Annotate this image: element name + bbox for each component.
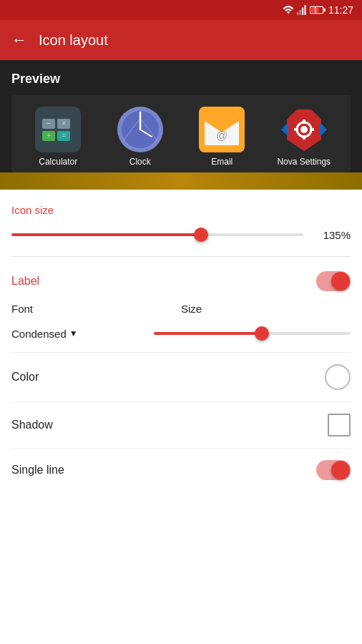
clock-icon [117,107,163,152]
single-line-toggle[interactable] [316,460,351,480]
clock-label: Clock [129,157,151,167]
icon-size-value: 135% [315,229,351,241]
svg-rect-1 [299,10,300,15]
label-text: Label [11,275,39,288]
color-picker[interactable] [325,364,351,390]
email-icon: @ [199,107,245,152]
font-slider-thumb[interactable] [255,326,269,341]
svg-marker-19 [281,122,288,137]
toolbar-title: Icon layout [39,32,108,49]
svg-rect-2 [302,8,303,16]
toggle-thumb [331,272,350,291]
preview-icon-calculator: − × + = Calculator [26,107,90,167]
slider-thumb[interactable] [194,228,208,242]
signal-icon [297,5,307,15]
label-toggle[interactable] [316,271,351,291]
battery-icon [310,5,326,15]
clock-svg [117,107,163,152]
svg-rect-24 [303,135,305,140]
font-slider-fill [154,332,262,335]
status-time: 11:27 [328,4,353,16]
color-label: Color [11,371,39,384]
svg-rect-3 [304,5,305,15]
calc-plus: + [42,131,55,141]
divider-1 [11,256,351,257]
font-value: Condensed [11,328,67,340]
font-dropdown[interactable]: Condensed ▼ [11,328,142,340]
color-row: Color [11,352,351,401]
svg-rect-25 [294,128,298,131]
single-line-label: Single line [11,464,64,477]
preview-gradient [0,172,362,190]
svg-rect-6 [311,8,319,12]
settings-section: Icon size 135% Label Font Size Condensed… [0,190,362,492]
nova-svg [281,107,327,152]
single-line-row: Single line [11,448,351,492]
svg-rect-23 [303,119,305,124]
svg-marker-20 [320,122,327,137]
font-label: Font [11,303,181,315]
calc-times: × [57,119,70,129]
slider-track [11,233,303,236]
email-label: Email [211,157,233,167]
shadow-row: Shadow [11,401,351,448]
svg-rect-26 [310,128,314,131]
slider-fill [11,233,201,236]
nova-label: Nova Settings [277,157,331,167]
back-button[interactable]: ← [11,31,27,49]
svg-text:@: @ [216,130,228,142]
preview-icon-clock: Clock [108,107,172,167]
size-label: Size [181,303,351,315]
dropdown-arrow-icon: ▼ [69,328,78,338]
preview-icons-container: − × + = Calculator [11,95,351,172]
svg-rect-0 [297,12,298,15]
preview-section: Preview − × + = Calculator [0,60,362,172]
calc-equals: = [57,131,70,141]
preview-icon-nova: Nova Settings [272,107,336,167]
wifi-icon [283,5,294,15]
size-col: Size [181,303,351,321]
svg-rect-5 [324,9,326,12]
calc-minus: − [42,119,55,129]
font-slider-track [154,332,351,335]
status-bar: 11:27 [0,0,362,20]
calculator-label: Calculator [39,157,77,167]
preview-icon-email: @ Email [190,107,254,167]
font-size-row: Font Size [11,300,351,326]
font-size-slider[interactable] [154,326,351,341]
status-icons: 11:27 [283,4,353,16]
svg-point-22 [300,126,308,133]
icon-size-header: Icon size [11,190,351,222]
email-svg: @ [199,107,245,152]
nova-icon [281,107,327,152]
shadow-toggle[interactable] [328,414,351,436]
single-line-thumb [331,461,350,479]
calculator-icon: − × + = [35,107,81,152]
icon-size-slider[interactable] [11,228,303,242]
shadow-label: Shadow [11,419,53,431]
icon-size-slider-row: 135% [11,222,351,253]
toolbar: ← Icon layout [0,20,362,60]
preview-label: Preview [11,72,351,87]
font-col: Font [11,303,181,321]
label-row: Label [11,260,351,300]
